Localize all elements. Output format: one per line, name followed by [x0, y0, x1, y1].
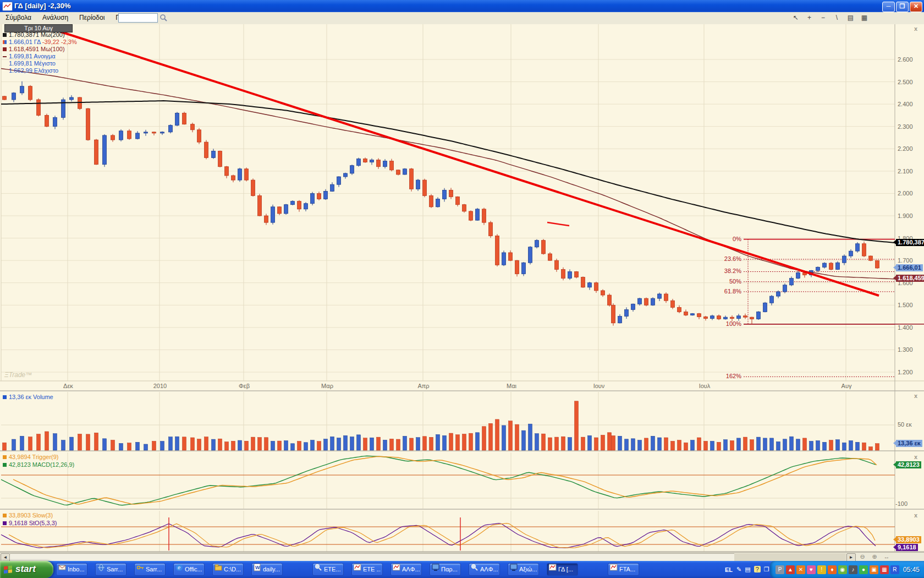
taskbar-button-4[interactable]: eOffic... — [173, 563, 205, 576]
tray-speaker-icon[interactable]: ♪ — [849, 565, 857, 574]
ie-icon: e — [175, 564, 183, 575]
system-tray: P▲✕♥!♦◉♪●▣▦R 05:45 — [770, 561, 924, 578]
chart-canvas[interactable] — [0, 0, 924, 552]
taskbar-button-label: C:\D... — [224, 564, 241, 575]
scrollbar-track[interactable] — [734, 553, 846, 561]
zoom-out-button[interactable]: ⊖ — [858, 553, 867, 561]
tray-messenger-icon[interactable]: ♥ — [807, 565, 816, 574]
taskbar-button-7[interactable]: ΕΤΕ... — [312, 563, 344, 576]
taskbar: start Inbo...Sarr...Sarr...eOffic...C:\D… — [0, 561, 924, 578]
pencil-icon[interactable]: ✎ — [736, 566, 741, 572]
svg-text:W: W — [255, 565, 260, 570]
taskbar-button-14[interactable]: FTA... — [608, 563, 639, 576]
window-icon[interactable]: ❐ — [764, 566, 769, 572]
tray-shield-yellow-icon[interactable]: ! — [817, 565, 826, 574]
mail-icon — [58, 564, 66, 575]
svg-text:e: e — [178, 565, 180, 570]
application-window: ΓΔ [daily] -2,30% ─ ❐ ✕ ΣύμβολαΑνάλυσηΠε… — [0, 0, 924, 578]
taskbar-button-label: ΕΤΕ... — [324, 564, 341, 575]
globe-icon — [97, 564, 105, 575]
taskbar-button-3[interactable]: Sarr... — [134, 563, 166, 576]
folder-icon — [215, 564, 222, 575]
taskbar-button-1[interactable]: Inbo... — [56, 563, 87, 576]
word-icon: W — [254, 564, 261, 575]
taskbar-button-label: ΑΛΦ... — [402, 564, 420, 575]
start-label: start — [15, 564, 36, 574]
help-icon[interactable]: ? — [754, 566, 761, 572]
taskbar-button-label: daily... — [263, 564, 280, 575]
taskbar-button-label: ΑΛΦ... — [480, 564, 498, 575]
taskbar-button-label: Sarr... — [107, 564, 123, 575]
tray-printer-icon[interactable]: P — [776, 565, 784, 574]
taskbar-button-label: ΕΤΕ ... — [363, 564, 381, 575]
taskbar-button-label: Offic... — [185, 564, 202, 575]
taskbar-button-13[interactable]: ΓΔ [... — [547, 563, 578, 576]
taskbar-button-label: FTA... — [619, 564, 635, 575]
chart-icon — [610, 564, 618, 575]
keyboard-icon[interactable]: ▤ — [745, 566, 750, 572]
taskbar-button-6[interactable]: Wdaily... — [251, 563, 283, 576]
taskbar-button-label: ΓΔ [... — [558, 564, 573, 575]
chart-icon — [393, 564, 400, 575]
tray-error-orange-icon[interactable]: ✕ — [796, 565, 805, 574]
taskbar-button-9[interactable]: ΑΛΦ... — [391, 563, 422, 576]
taskbar-button-2[interactable]: Sarr... — [95, 563, 127, 576]
taskbar-button-12[interactable]: Αξιώ... — [508, 563, 539, 576]
language-bar: EL ✎▤?❐ — [725, 561, 773, 578]
monitor-icon — [432, 564, 439, 575]
taskbar-clock: 05:45 — [903, 566, 920, 574]
chart-horizontal-scrollbar: ◄ ► ⊖ ⊕ ↔ — [0, 552, 924, 561]
monitor-icon — [510, 564, 518, 575]
tray-updater-icon[interactable]: ▦ — [880, 565, 889, 574]
taskbar-button-10[interactable]: Παρ... — [430, 563, 461, 576]
tray-alert-icon[interactable]: ♦ — [828, 565, 837, 574]
fit-width-button[interactable]: ↔ — [882, 553, 891, 561]
tray-antivirus-green-icon[interactable]: ● — [859, 565, 868, 574]
language-indicator[interactable]: EL — [725, 566, 733, 573]
taskbar-button-label: Αξιώ... — [519, 564, 537, 575]
tray-firewall-icon[interactable]: ▣ — [870, 565, 878, 574]
taskbar-button-5[interactable]: C:\D... — [212, 563, 244, 576]
chart-icon — [549, 564, 557, 575]
language-bar-icons: ✎▤?❐ — [736, 566, 773, 573]
tray-alarm-red-icon[interactable]: ▲ — [786, 565, 795, 574]
key-icon — [136, 564, 144, 575]
start-button[interactable]: start — [0, 561, 53, 578]
taskbar-button-11[interactable]: ΑΛΦ... — [469, 563, 500, 576]
chart-icon — [354, 564, 361, 575]
taskbar-button-8[interactable]: ΕΤΕ ... — [351, 563, 383, 576]
zoom-in-button[interactable]: ⊕ — [870, 553, 879, 561]
magnifier-icon — [471, 564, 479, 575]
magnifier-icon — [315, 564, 322, 575]
taskbar-button-label: Sarr... — [146, 564, 162, 575]
windows-flag-icon — [3, 565, 13, 574]
tray-display-icon[interactable]: ◉ — [838, 565, 847, 574]
taskbar-button-label: Inbo... — [68, 564, 85, 575]
tray-remote-icon[interactable]: R — [890, 565, 899, 574]
taskbar-button-label: Παρ... — [441, 564, 458, 575]
tray-icons: P▲✕♥!♦◉♪●▣▦R — [776, 565, 899, 574]
